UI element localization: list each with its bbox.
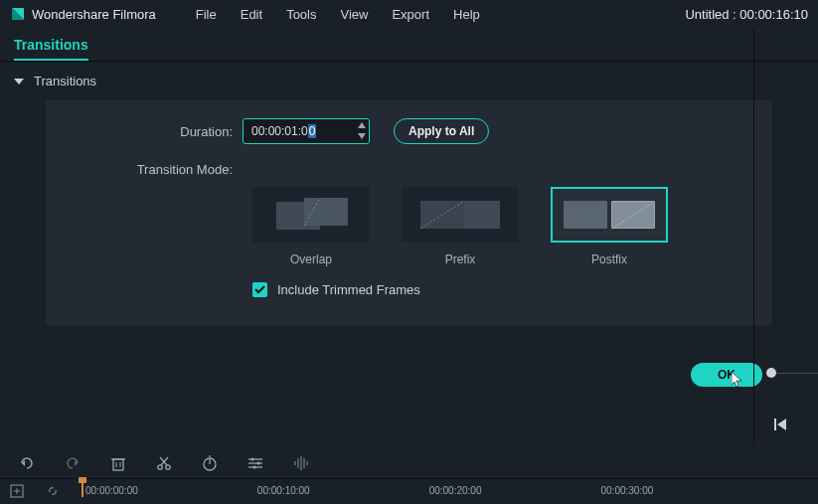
mode-prefix[interactable]: Prefix <box>402 187 519 266</box>
menu-tools[interactable]: Tools <box>286 7 316 22</box>
timeline-t0: 00:00:00:00 <box>85 485 138 496</box>
step-back-icon[interactable] <box>774 418 788 435</box>
include-trimmed-label: Include Trimmed Frames <box>277 282 420 297</box>
collapse-triangle-icon <box>14 79 24 84</box>
svg-point-26 <box>257 462 260 465</box>
svg-line-6 <box>612 202 654 229</box>
duration-value-prefix: 00:00:01:0 <box>251 124 308 138</box>
svg-line-17 <box>161 457 168 465</box>
svg-point-25 <box>251 458 254 461</box>
svg-point-27 <box>253 466 256 469</box>
svg-marker-2 <box>358 122 366 128</box>
mode-overlap[interactable]: Overlap <box>252 187 370 266</box>
mode-overlap-label: Overlap <box>290 252 332 266</box>
mode-label: Transition Mode: <box>58 158 243 177</box>
svg-rect-11 <box>113 459 123 470</box>
menu-file[interactable]: File <box>196 7 217 22</box>
zoom-slider-track <box>776 373 818 374</box>
include-trimmed-row: Include Trimmed Frames <box>252 282 760 297</box>
timeline[interactable]: 00:00:00:00 00:00:10:00 00:00:20:00 00:0… <box>0 478 818 504</box>
delete-icon[interactable] <box>109 454 127 472</box>
menu-help[interactable]: Help <box>453 7 480 22</box>
ok-button[interactable]: OK <box>691 363 762 387</box>
section-header[interactable]: Transitions <box>0 62 818 100</box>
link-icon[interactable] <box>46 484 60 498</box>
transition-modes: Overlap Prefix Postfix <box>252 187 760 266</box>
mode-postfix[interactable]: Postfix <box>551 187 668 266</box>
app-logo: Wondershare Filmora <box>10 6 156 22</box>
spinner-up-icon[interactable] <box>357 120 367 130</box>
tab-transitions[interactable]: Transitions <box>14 37 88 61</box>
tabs: Transitions <box>0 28 818 61</box>
section-title: Transitions <box>34 74 96 88</box>
mode-overlap-thumb <box>252 187 370 243</box>
mode-postfix-label: Postfix <box>591 252 627 266</box>
project-status: Untitled : 00:00:16:10 <box>685 7 808 22</box>
undo-icon[interactable] <box>18 454 36 472</box>
timeline-left-icons <box>10 484 60 498</box>
vertical-divider <box>753 28 754 445</box>
svg-marker-3 <box>358 133 366 139</box>
mode-prefix-thumb <box>402 187 519 243</box>
transitions-panel: Duration: 00:00:01:00 Apply to All Trans… <box>46 100 772 325</box>
timeline-toolbar <box>0 448 310 478</box>
filmora-logo-icon <box>10 6 26 22</box>
mode-postfix-thumb <box>551 187 668 243</box>
playhead[interactable] <box>82 479 83 497</box>
svg-rect-7 <box>774 419 776 430</box>
redo-icon[interactable] <box>64 454 82 472</box>
duration-input[interactable]: 00:00:01:00 <box>243 118 370 144</box>
adjust-icon[interactable] <box>246 454 264 472</box>
svg-line-4 <box>304 198 320 226</box>
speed-icon[interactable] <box>201 454 219 472</box>
split-icon[interactable] <box>155 454 173 472</box>
timeline-t2: 00:00:20:00 <box>429 485 482 496</box>
svg-point-15 <box>158 465 162 469</box>
menu-items: File Edit Tools View Export Help <box>196 7 480 22</box>
svg-point-16 <box>166 465 170 469</box>
add-marker-icon[interactable] <box>10 484 24 498</box>
include-trimmed-checkbox[interactable] <box>252 282 267 297</box>
menubar: Wondershare Filmora File Edit Tools View… <box>0 0 818 28</box>
app-name: Wondershare Filmora <box>32 7 156 22</box>
duration-value-selected: 0 <box>308 124 317 138</box>
ok-row: OK <box>0 325 818 387</box>
menu-export[interactable]: Export <box>392 7 429 22</box>
duration-spinners <box>357 120 367 141</box>
mode-prefix-label: Prefix <box>445 252 476 266</box>
duration-row: Duration: 00:00:01:00 Apply to All <box>58 118 760 144</box>
svg-line-5 <box>420 201 464 229</box>
timeline-t1: 00:00:10:00 <box>257 485 310 496</box>
zoom-slider-handle[interactable] <box>766 368 776 378</box>
timeline-t3: 00:00:30:00 <box>600 485 653 496</box>
spinner-down-icon[interactable] <box>357 131 367 141</box>
menu-view[interactable]: View <box>340 7 368 22</box>
audio-icon[interactable] <box>292 454 310 472</box>
mode-row: Transition Mode: <box>58 158 760 177</box>
svg-marker-8 <box>777 419 786 430</box>
timeline-labels: 00:00:00:00 00:00:10:00 00:00:20:00 00:0… <box>85 485 653 496</box>
duration-label: Duration: <box>58 124 243 139</box>
right-controls <box>754 368 818 380</box>
apply-to-all-button[interactable]: Apply to All <box>394 118 489 144</box>
menu-edit[interactable]: Edit <box>241 7 262 22</box>
svg-line-18 <box>160 457 167 465</box>
